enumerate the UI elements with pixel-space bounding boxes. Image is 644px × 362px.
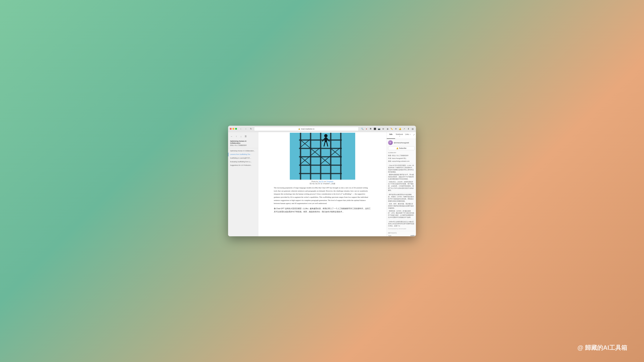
screenshot-icon[interactable]: 📷 (377, 127, 381, 131)
subscribe-button[interactable]: 🔔 Subscribe (388, 146, 414, 150)
tab-links[interactable]: Links 0 (404, 132, 412, 139)
summary-line-3: 领域: uxpsychology.substack.com (388, 160, 414, 162)
summary-para-3: - Dhillon等人（2024年）的研究系统评估了不同AI支架对写作质量、用户… (388, 181, 414, 192)
share-icon[interactable]: ↗ (402, 127, 406, 131)
notification-icon[interactable]: 🔔 (398, 127, 402, 131)
image-caption: Photo by Jay Ee on Unsplash 照片由 Jay Ee 在… (258, 180, 386, 186)
metadata-divider (388, 231, 414, 231)
article-title-en: Optimising Human-AI Collaboration (230, 140, 256, 144)
sidebar-item-1[interactable]: Optimising Human-AI Collaboration... (228, 149, 258, 153)
summary-line-2: 作者: Maria Panagiotidi 博士 (388, 157, 414, 160)
summary-para-5: - 支持、协作、解决问题、逐步撤去支持和学习顺序是布鲁纳提出的脚手架的关键原则。 (388, 203, 414, 209)
summary-para-2: - 重要考虑因素是"脚手架"水平，即AI提供的支持指导，涵盖从单个句子建议到生成… (388, 174, 414, 180)
browser-window: ‹ › ↻ 🔒 read.readwise.io 🔍 ● R ⬛ 📷 ⊞ ◑ ✏… (228, 126, 416, 236)
sidebar-icon[interactable]: ▤ (411, 127, 414, 131)
sidebar-back-button[interactable]: ← (230, 134, 234, 138)
grid-icon[interactable]: ⊞ (382, 127, 385, 131)
lock-icon: 🔒 (298, 128, 300, 130)
browser-chrome: ‹ › ↻ 🔒 read.readwise.io 🔍 ● R ⬛ 📷 ⊞ ◑ ✏… (228, 126, 416, 132)
metadata-label: METADATA (388, 232, 414, 234)
sidebar-article-title: Optimising Human-AI Collaboration 优化人与人工… (228, 139, 258, 147)
summary-label: SUMMARY (388, 152, 414, 153)
caption-text: Photo by (312, 181, 318, 183)
article-title-cn: 优化人与人工智能的协作 (230, 144, 256, 146)
sidebar-up-button[interactable]: ↑ (234, 134, 238, 138)
author-row: M @DrMariaPanagiotidi (388, 140, 414, 145)
minimize-button[interactable] (232, 128, 234, 130)
svg-rect-10 (299, 173, 342, 174)
article-image (290, 133, 355, 180)
summary-para-4: - 脚手架理论在教育理论中有深厚根基，布鲁纳（1975年）将脚手架比喻为给予学习… (388, 194, 414, 202)
summary-line-1: 标题: 优化人与人工智能的协作 (388, 155, 414, 157)
main-content: Photo by Jay Ee on Unsplash 照片由 Jay Ee 在… (258, 132, 386, 236)
nav-back-button[interactable]: ‹ (239, 127, 243, 131)
summary-para-1: - Chat-GPT及大型语言模型（LLMs）的普及带来了AI辅助写作工具的新时… (388, 164, 414, 173)
tab-info[interactable]: Info (387, 132, 395, 139)
sidebar-divider (228, 148, 258, 148)
readwise-icon[interactable]: R (369, 127, 372, 131)
sidebar-down-button[interactable]: ↓ (239, 134, 243, 138)
nav-refresh-button[interactable]: ↻ (249, 127, 253, 131)
summary-divider-2 (388, 192, 414, 193)
caption-author-link[interactable]: Jay Ee (318, 181, 324, 183)
svg-rect-7 (299, 148, 342, 149)
pen-icon[interactable]: ✏️ (390, 127, 393, 131)
sidebar-toggle-button[interactable]: ☰ (244, 134, 248, 138)
scaffolding-illustration (290, 133, 355, 180)
tab-notebook[interactable]: Notebook 0 (395, 132, 404, 139)
settings-icon[interactable]: ⚙ (394, 127, 398, 131)
summary-ghostreader: Summarized by Ghostreader (388, 228, 414, 230)
address-bar[interactable]: 🔒 read.readwise.io (254, 127, 358, 131)
article-paragraph-2-cn: 像 Chat-GPT 这样的大型语言模型（LLMs）越来越受欢迎，将我们带入了一… (274, 207, 371, 213)
summary-para-7: - Dhillon等人的研究通过自定义AI集成工具对LLMs在共同写作任务中的脚… (388, 221, 414, 227)
summary-para-6: - 维果茨基（1978年）的"最近发展区"（ZPD）概念强调了学习者在有无指导下… (388, 210, 414, 219)
sidebar-item-3[interactable]: Scaffolding in Learning学习中... (228, 156, 258, 160)
url-text: read.readwise.io (301, 128, 314, 130)
article-paragraph-1: The increasing popularity of large langu… (274, 186, 371, 205)
theme-icon[interactable]: ◑ (386, 127, 389, 131)
caption-cn: 照片由 Jay Ee 在 Unsplash 上拍摄 (310, 183, 335, 185)
svg-rect-9 (299, 165, 342, 166)
search-icon[interactable]: 🔍 (360, 127, 364, 131)
toolbar-icons: 🔍 ● R ⬛ 📷 ⊞ ◑ ✏️ ⚙ 🔔 ↗ ⬇ ▤ (360, 127, 414, 131)
sidebar-item-4[interactable]: Evaluating Scaffolding from LL... (228, 160, 258, 164)
watermark: @ 歸藏的AI工具箱 (578, 344, 627, 352)
type-row: Type Article (388, 235, 414, 237)
record-icon[interactable]: ● (365, 127, 368, 131)
author-avatar: M (388, 140, 393, 145)
download-icon[interactable]: ⬇ (407, 127, 410, 131)
sidebar-top-nav: ← ↑ ↓ ☰ (228, 134, 258, 139)
panel-expand-icon[interactable]: ⤢ (412, 132, 416, 139)
type-label: Type (388, 235, 392, 237)
extension-icon[interactable]: ⬛ (373, 127, 376, 131)
right-panel-tabs: Info Notebook 0 Links 0 ⤢ (387, 132, 416, 139)
caption-on: on (324, 181, 326, 183)
browser-body: ← ↑ ↓ ☰ Optimising Human-AI Collaboratio… (228, 132, 416, 236)
right-panel: Info Notebook 0 Links 0 ⤢ M (386, 132, 416, 236)
left-sidebar: ← ↑ ↓ ☰ Optimising Human-AI Collaboratio… (228, 132, 258, 236)
sidebar-item-2[interactable]: Lessons from Scaffolding The... (228, 153, 258, 156)
maximize-button[interactable] (235, 128, 237, 130)
summary-divider-1 (388, 163, 414, 163)
type-value: Article (410, 235, 414, 237)
article-body: The increasing popularity of large langu… (264, 186, 381, 218)
svg-rect-6 (299, 139, 342, 141)
nav-forward-button[interactable]: › (244, 127, 248, 131)
author-name: @DrMariaPanagiotidi (394, 142, 409, 144)
close-button[interactable] (230, 128, 232, 130)
caption-platform-link[interactable]: Unsplash (326, 181, 334, 183)
right-panel-content: M @DrMariaPanagiotidi 🔔 Subscribe SUMMAR… (387, 139, 416, 236)
svg-rect-22 (325, 137, 327, 142)
sidebar-item-5[interactable]: Suggestions for UX Profession... (228, 164, 258, 167)
traffic-lights (230, 128, 237, 130)
svg-point-21 (324, 134, 328, 137)
